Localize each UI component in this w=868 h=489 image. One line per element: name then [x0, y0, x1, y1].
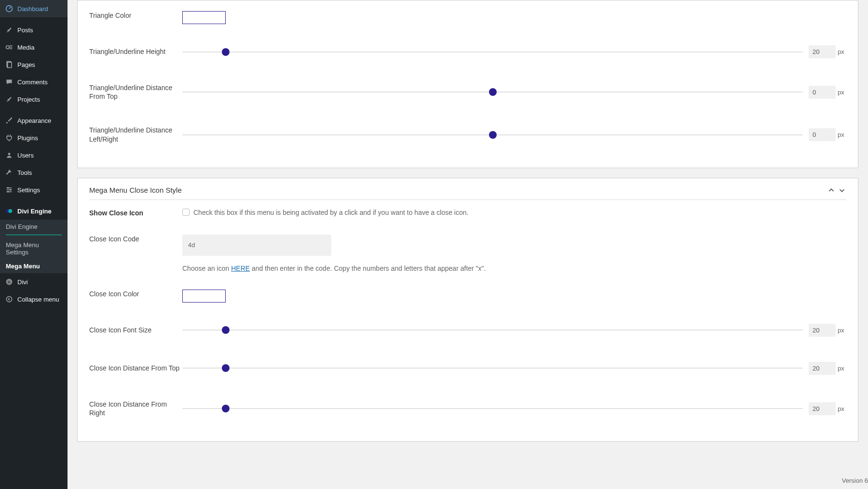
panel-close-icon-style: Mega Menu Close Icon Style Show Close Ic…	[77, 178, 858, 442]
color-swatch-triangle[interactable]	[182, 11, 226, 24]
input-triangle-dist-top[interactable]	[809, 86, 836, 99]
input-triangle-dist-lr[interactable]	[809, 128, 836, 141]
label-triangle-color: Triangle Color	[89, 11, 182, 20]
sidebar-label: Tools	[17, 169, 32, 176]
sidebar-item-comments[interactable]: Comments	[0, 73, 68, 91]
color-swatch-close-icon[interactable]	[182, 290, 226, 303]
brush-icon	[5, 116, 14, 125]
label-show-close-icon: Show Close Icon	[89, 209, 182, 217]
field-close-icon-dist-top: Close Icon Distance From Top px	[89, 349, 846, 387]
sidebar-item-divi[interactable]: D Divi	[0, 273, 68, 291]
field-triangle-height: Triangle/Underline Height px	[89, 33, 846, 71]
submenu-divi-engine[interactable]: Divi Engine	[0, 220, 68, 234]
slider-thumb[interactable]	[222, 48, 230, 56]
field-close-icon-font-size: Close Icon Font Size px	[89, 311, 846, 349]
submenu-divider	[6, 235, 62, 235]
label-triangle-height: Triangle/Underline Height	[89, 47, 182, 56]
slider-thumb[interactable]	[222, 326, 230, 334]
label-close-icon-code: Close Icon Code	[89, 235, 182, 243]
slider-close-icon-dist-top[interactable]	[182, 368, 803, 369]
label-close-icon-dist-top: Close Icon Distance From Top	[89, 364, 182, 372]
sidebar-label: Posts	[17, 26, 33, 34]
input-close-icon-dist-right[interactable]	[809, 402, 836, 415]
panel-toggle-group	[827, 186, 846, 195]
sidebar-label: Pages	[17, 61, 35, 68]
chevron-down-icon[interactable]	[838, 186, 846, 195]
slider-triangle-height[interactable]	[182, 52, 803, 53]
sidebar-item-users[interactable]: Users	[0, 146, 68, 164]
sidebar-label: Collapse menu	[17, 296, 59, 303]
comment-icon	[5, 78, 14, 86]
slider-triangle-dist-lr[interactable]	[182, 134, 803, 135]
svg-point-9	[8, 209, 12, 213]
label-close-icon-font-size: Close Icon Font Size	[89, 326, 182, 334]
input-close-icon-font-size[interactable]	[809, 324, 836, 337]
wrench-icon	[5, 168, 14, 177]
sidebar-label: Dashboard	[17, 5, 48, 13]
checkbox-desc: Check this box if this menu is being act…	[193, 209, 468, 216]
sidebar-label: Projects	[17, 96, 40, 103]
submenu-mega-menu-settings[interactable]: Mega Menu Settings	[0, 238, 68, 259]
slider-thumb[interactable]	[222, 364, 230, 372]
label-triangle-dist-lr: Triangle/Underline Distance Left/Right	[89, 126, 182, 143]
unit-px: px	[838, 327, 846, 334]
sidebar-item-appearance[interactable]: Appearance	[0, 112, 68, 129]
svg-text:D: D	[8, 280, 11, 284]
media-icon	[5, 43, 14, 52]
svg-rect-3	[8, 62, 12, 67]
field-close-icon-color: Close Icon Color	[89, 281, 846, 311]
admin-sidebar: Dashboard Posts Media Pages Comments Pro…	[0, 0, 68, 489]
sidebar-item-pages[interactable]: Pages	[0, 56, 68, 73]
sidebar-item-posts[interactable]: Posts	[0, 21, 68, 39]
version-text: Version 6	[842, 477, 868, 484]
input-triangle-height[interactable]	[809, 45, 836, 58]
svg-point-7	[7, 191, 9, 192]
field-show-close-icon: Show Close Icon Check this box if this m…	[89, 200, 846, 226]
field-triangle-dist-top: Triangle/Underline Distance From Top px	[89, 71, 846, 113]
sidebar-item-media[interactable]: Media	[0, 39, 68, 56]
user-icon	[5, 151, 14, 159]
slider-close-icon-font-size[interactable]	[182, 330, 803, 330]
sidebar-item-divi-engine[interactable]: Divi Engine	[0, 202, 68, 220]
sidebar-label: Users	[17, 152, 34, 159]
sidebar-label: Plugins	[17, 134, 38, 142]
slider-triangle-dist-top[interactable]	[182, 92, 803, 93]
unit-px: px	[838, 405, 846, 412]
slider-close-icon-dist-right[interactable]	[182, 408, 803, 409]
svg-point-12	[6, 296, 12, 302]
unit-px: px	[838, 48, 846, 55]
divi-engine-icon	[5, 207, 14, 215]
field-close-icon-code: Close Icon Code Choose an icon HERE and …	[89, 226, 846, 281]
sidebar-item-settings[interactable]: Settings	[0, 181, 68, 198]
sidebar-submenu: Divi Engine Mega Menu Settings Mega Menu	[0, 220, 68, 273]
field-triangle-color: Triangle Color	[89, 2, 846, 33]
unit-px: px	[838, 131, 846, 138]
checkbox-show-close[interactable]	[182, 209, 190, 216]
panel-header: Mega Menu Close Icon Style	[89, 178, 846, 200]
collapse-icon	[5, 295, 14, 304]
submenu-mega-menu[interactable]: Mega Menu	[0, 259, 68, 273]
page-icon	[5, 60, 14, 69]
sidebar-label: Settings	[17, 186, 40, 194]
label-triangle-dist-top: Triangle/Underline Distance From Top	[89, 83, 182, 101]
sliders-icon	[5, 185, 14, 194]
input-close-icon-code[interactable]	[182, 235, 331, 256]
slider-thumb[interactable]	[489, 88, 497, 96]
divi-icon: D	[5, 278, 14, 286]
slider-thumb[interactable]	[222, 405, 230, 412]
sidebar-label: Appearance	[17, 117, 51, 124]
input-close-icon-dist-top[interactable]	[809, 362, 836, 375]
label-close-icon-color: Close Icon Color	[89, 290, 182, 298]
field-triangle-dist-lr: Triangle/Underline Distance Left/Right p…	[89, 113, 846, 156]
svg-point-4	[8, 153, 11, 155]
sidebar-item-collapse[interactable]: Collapse menu	[0, 291, 68, 308]
sidebar-item-projects[interactable]: Projects	[0, 91, 68, 108]
link-icon-here[interactable]: HERE	[231, 264, 250, 272]
sidebar-label: Divi Engine	[17, 208, 52, 215]
chevron-up-icon[interactable]	[827, 186, 836, 195]
sidebar-item-dashboard[interactable]: Dashboard	[0, 0, 68, 17]
slider-thumb[interactable]	[489, 131, 497, 139]
sidebar-label: Media	[17, 44, 34, 51]
sidebar-item-plugins[interactable]: Plugins	[0, 129, 68, 146]
sidebar-item-tools[interactable]: Tools	[0, 164, 68, 181]
